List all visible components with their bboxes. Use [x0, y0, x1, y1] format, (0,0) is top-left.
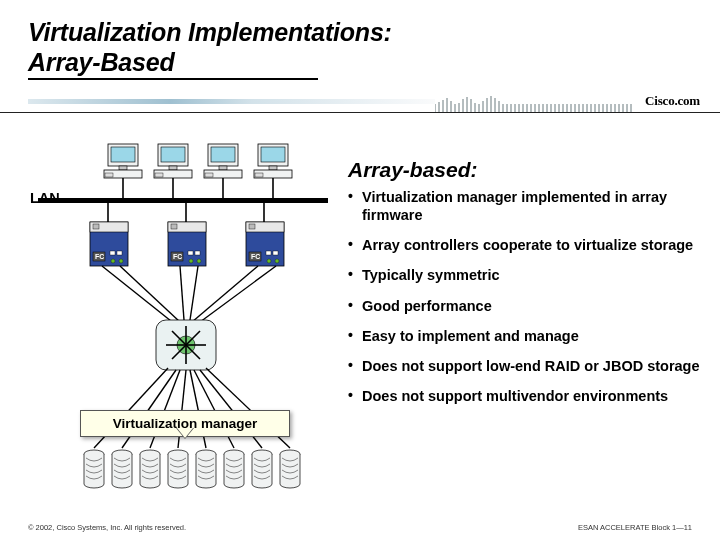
- vm-callout-label: Virtualization manager: [113, 416, 258, 431]
- footer: © 2002, Cisco Systems, Inc. All rights r…: [28, 523, 692, 532]
- slide-title-1: Virtualization Implementations:: [28, 18, 692, 48]
- svg-line-86: [190, 266, 198, 320]
- svg-line-84: [120, 266, 180, 322]
- vm-callout: Virtualization manager: [80, 410, 290, 437]
- diagram: FC: [28, 130, 338, 510]
- svg-line-88: [196, 266, 276, 325]
- content-area: LAN Array-based: Virtualization manager …: [28, 130, 692, 518]
- brand-comb: [435, 90, 635, 112]
- bullet-item: Does not support low-end RAID or JBOD st…: [348, 357, 708, 375]
- bullet-item: Does not support multivendor environment…: [348, 387, 708, 405]
- slide-title-2: Array-Based: [28, 48, 692, 78]
- bullet-item: Array controllers cooperate to virtualiz…: [348, 236, 708, 254]
- svg-rect-75: [38, 198, 328, 203]
- footer-pageref: ESAN ACCELERATE Block 1—11: [578, 523, 692, 532]
- brand-bar: Cisco.com: [0, 90, 720, 112]
- footer-copyright: © 2002, Cisco Systems, Inc. All rights r…: [28, 523, 186, 532]
- slide: Virtualization Implementations: Array-Ba…: [0, 0, 720, 540]
- svg-line-83: [102, 266, 176, 325]
- brand-rule: [0, 112, 720, 113]
- gradient-bar: [28, 99, 435, 104]
- title-underline: [28, 78, 318, 80]
- bullet-list: Virtualization manager implemented in ar…: [348, 188, 708, 417]
- bullet-item: Typically symmetric: [348, 266, 708, 284]
- bullet-item: Good performance: [348, 297, 708, 315]
- bullet-item: Virtualization manager implemented in ar…: [348, 188, 708, 224]
- svg-line-85: [180, 266, 184, 320]
- subtitle: Array-based:: [348, 158, 478, 182]
- svg-line-87: [192, 266, 258, 322]
- brand-logo: Cisco.com: [645, 93, 700, 109]
- bullet-item: Easy to implement and manage: [348, 327, 708, 345]
